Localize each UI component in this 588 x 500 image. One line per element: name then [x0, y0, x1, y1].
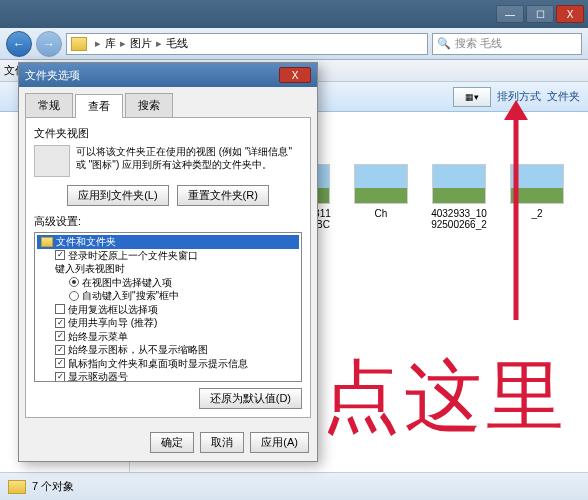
dialog-close-button[interactable]: X: [279, 67, 311, 83]
tree-item[interactable]: ✓登录时还原上一个文件夹窗口: [37, 249, 299, 263]
view-mode-button[interactable]: ▦▾: [453, 87, 491, 107]
tree-item-label: 登录时还原上一个文件夹窗口: [68, 249, 198, 263]
forward-button[interactable]: →: [36, 31, 62, 57]
breadcrumb-sep: ▸: [95, 37, 101, 50]
close-button[interactable]: X: [556, 5, 584, 23]
advanced-settings-label: 高级设置:: [34, 214, 302, 229]
tab-search[interactable]: 搜索: [125, 93, 173, 117]
section-description: 可以将该文件夹正在使用的视图 (例如 "详细信息" 或 "图标") 应用到所有这…: [76, 145, 302, 177]
file-name: _2: [508, 208, 566, 219]
search-placeholder: 搜索 毛线: [455, 36, 502, 51]
dialog-titlebar: 文件夹选项 X: [19, 63, 317, 87]
dialog-tabs: 常规 查看 搜索: [25, 93, 311, 118]
checkbox[interactable]: ✓: [55, 345, 65, 355]
file-item[interactable]: Ch: [352, 164, 410, 241]
breadcrumb-item[interactable]: 库: [105, 36, 116, 51]
tree-item[interactable]: 使用复选框以选择项: [37, 303, 299, 317]
maximize-button[interactable]: ☐: [526, 5, 554, 23]
status-bar: 7 个对象: [0, 472, 588, 500]
breadcrumb-sep: ▸: [156, 37, 162, 50]
tree-item-label: 始终显示图标，从不显示缩略图: [68, 343, 208, 357]
dialog-title-text: 文件夹选项: [25, 68, 80, 83]
tree-item-label: 鼠标指向文件夹和桌面项时显示提示信息: [68, 357, 248, 371]
tree-item-label: 自动键入到"搜索"框中: [82, 289, 179, 303]
restore-defaults-button[interactable]: 还原为默认值(D): [199, 388, 302, 409]
checkbox[interactable]: ✓: [55, 318, 65, 328]
tree-item-label: 文件和文件夹: [56, 235, 116, 249]
tree-item-label: 键入列表视图时: [55, 262, 125, 276]
file-name: 4032933_1092500266_2: [430, 208, 488, 230]
checkbox[interactable]: ✓: [55, 372, 65, 382]
advanced-settings-tree[interactable]: 文件和文件夹✓登录时还原上一个文件夹窗口键入列表视图时在视图中选择键入项自动键入…: [34, 232, 302, 382]
apply-button[interactable]: 应用(A): [250, 432, 309, 453]
tree-item[interactable]: ✓显示驱动器号: [37, 370, 299, 382]
folder-icon: [71, 37, 87, 51]
thumbnail: [432, 164, 486, 204]
breadcrumb-item[interactable]: 毛线: [166, 36, 188, 51]
folder-view-icon: [34, 145, 70, 177]
section-title: 文件夹视图: [34, 126, 302, 141]
thumbnail: [354, 164, 408, 204]
tree-item[interactable]: 自动键入到"搜索"框中: [37, 289, 299, 303]
checkbox[interactable]: ✓: [55, 331, 65, 341]
address-bar[interactable]: ▸ 库 ▸ 图片 ▸ 毛线: [66, 33, 428, 55]
tree-item-label: 始终显示菜单: [68, 330, 128, 344]
search-input[interactable]: 🔍 搜索 毛线: [432, 33, 582, 55]
folder-link[interactable]: 文件夹: [547, 89, 580, 104]
tree-item-label: 显示驱动器号: [68, 370, 128, 382]
tree-item-label: 使用复选框以选择项: [68, 303, 158, 317]
sort-label[interactable]: 排列方式: [497, 89, 541, 104]
folder-icon: [8, 480, 26, 494]
tab-general[interactable]: 常规: [25, 93, 73, 117]
thumbnail: [510, 164, 564, 204]
tree-item[interactable]: ✓鼠标指向文件夹和桌面项时显示提示信息: [37, 357, 299, 371]
tree-item[interactable]: 文件和文件夹: [37, 235, 299, 249]
tree-item[interactable]: ✓始终显示菜单: [37, 330, 299, 344]
tab-view[interactable]: 查看: [75, 94, 123, 118]
tree-item[interactable]: ✓使用共享向导 (推荐): [37, 316, 299, 330]
radio[interactable]: [69, 277, 79, 287]
window-titlebar: — ☐ X: [0, 0, 588, 28]
search-icon: 🔍: [437, 37, 451, 50]
tree-item[interactable]: 键入列表视图时: [37, 262, 299, 276]
tree-item[interactable]: 在视图中选择键入项: [37, 276, 299, 290]
back-button[interactable]: ←: [6, 31, 32, 57]
dialog-footer: 确定 取消 应用(A): [19, 424, 317, 461]
tree-item-label: 使用共享向导 (推荐): [68, 316, 157, 330]
file-item[interactable]: 4032933_1092500266_2: [430, 164, 488, 241]
ok-button[interactable]: 确定: [150, 432, 194, 453]
checkbox[interactable]: ✓: [55, 250, 65, 260]
folder-options-dialog: 文件夹选项 X 常规 查看 搜索 文件夹视图 可以将该文件夹正在使用的视图 (例…: [18, 62, 318, 462]
breadcrumb-item[interactable]: 图片: [130, 36, 152, 51]
minimize-button[interactable]: —: [496, 5, 524, 23]
navigation-bar: ← → ▸ 库 ▸ 图片 ▸ 毛线 🔍 搜索 毛线: [0, 28, 588, 60]
reset-folders-button[interactable]: 重置文件夹(R): [177, 185, 269, 206]
file-name: Ch: [352, 208, 410, 219]
checkbox[interactable]: ✓: [55, 358, 65, 368]
radio[interactable]: [69, 291, 79, 301]
apply-to-folders-button[interactable]: 应用到文件夹(L): [67, 185, 168, 206]
tree-item-label: 在视图中选择键入项: [82, 276, 172, 290]
breadcrumb-sep: ▸: [120, 37, 126, 50]
tab-content: 文件夹视图 可以将该文件夹正在使用的视图 (例如 "详细信息" 或 "图标") …: [25, 118, 311, 418]
tree-item[interactable]: ✓始终显示图标，从不显示缩略图: [37, 343, 299, 357]
checkbox[interactable]: [55, 304, 65, 314]
folder-icon: [41, 237, 53, 247]
status-text: 7 个对象: [32, 479, 74, 494]
cancel-button[interactable]: 取消: [200, 432, 244, 453]
file-item[interactable]: _2: [508, 164, 566, 241]
